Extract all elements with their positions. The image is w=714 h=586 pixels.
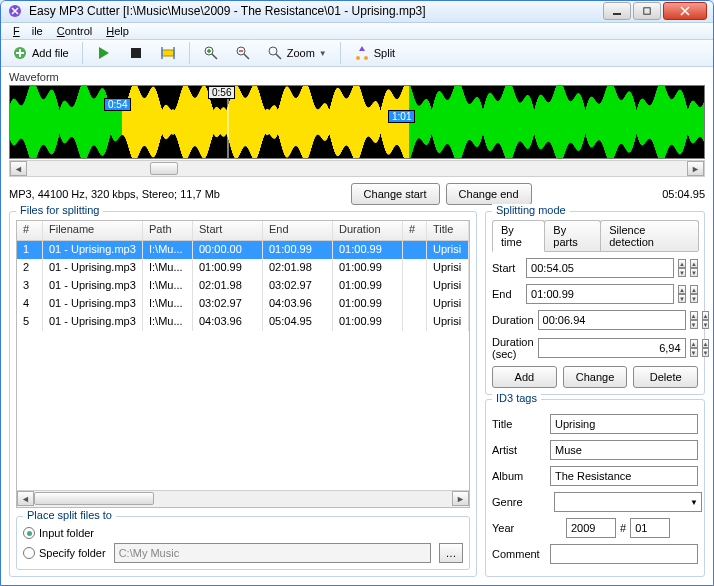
end-spinner-fine[interactable]: ▲▼ xyxy=(690,285,698,303)
table-cell: 01:00.99 xyxy=(263,241,333,259)
id3-title-input[interactable] xyxy=(550,414,698,434)
svg-rect-3 xyxy=(131,48,141,58)
close-button[interactable] xyxy=(663,2,707,20)
files-table[interactable]: # Filename Path Start End Duration # Tit… xyxy=(16,220,470,508)
table-cell: 02:01.98 xyxy=(263,259,333,277)
col-path[interactable]: Path xyxy=(143,221,193,240)
table-row[interactable]: 501 - Uprising.mp3I:\Mu...04:03.9605:04.… xyxy=(17,313,469,331)
add-button[interactable]: Add xyxy=(492,366,557,388)
col-start[interactable]: Start xyxy=(193,221,263,240)
window-title: Easy MP3 Cutter [I:\Music\Muse\2009 - Th… xyxy=(29,4,603,18)
id3-year-input[interactable] xyxy=(566,518,616,538)
id3-album-input[interactable] xyxy=(550,466,698,486)
table-cell: I:\Mu... xyxy=(143,313,193,331)
id3-track-label: # xyxy=(620,522,626,534)
duration-input[interactable] xyxy=(538,310,686,330)
waveform-scrollbar[interactable]: ◄ ► xyxy=(9,160,705,177)
zoom-dropdown-button[interactable]: Zoom ▼ xyxy=(262,40,332,66)
menubar: File Control Help xyxy=(1,23,713,40)
id3-comment-label: Comment xyxy=(492,548,546,560)
id3-genre-input[interactable] xyxy=(554,492,702,512)
col-duration[interactable]: Duration xyxy=(333,221,403,240)
place-panel-title: Place split files to xyxy=(23,509,116,521)
place-panel: Place split files to Input folder Specif… xyxy=(16,516,470,570)
table-cell: 4 xyxy=(17,295,43,313)
change-start-button[interactable]: Change start xyxy=(351,183,440,205)
input-folder-radio[interactable]: Input folder xyxy=(23,527,463,539)
split-button[interactable]: Split xyxy=(349,40,400,66)
table-cell: 01 - Uprising.mp3 xyxy=(43,277,143,295)
table-cell xyxy=(403,259,427,277)
table-row[interactable]: 301 - Uprising.mp3I:\Mu...02:01.9803:02.… xyxy=(17,277,469,295)
browse-button[interactable]: … xyxy=(439,543,463,563)
table-cell: Uprisi xyxy=(427,295,469,313)
play-selection-button[interactable] xyxy=(155,40,181,66)
duration-sec-spinner-coarse[interactable]: ▲▼ xyxy=(690,339,698,357)
svg-point-9 xyxy=(364,56,368,60)
col-n[interactable]: # xyxy=(403,221,427,240)
marker-right[interactable]: 1:01 xyxy=(388,110,415,123)
start-spinner-fine[interactable]: ▲▼ xyxy=(690,259,698,277)
id3-comment-input[interactable] xyxy=(550,544,698,564)
marker-left[interactable]: 0:54 xyxy=(104,98,131,111)
tab-silence[interactable]: Silence detection xyxy=(600,220,699,251)
table-scroll-right[interactable]: ► xyxy=(452,491,469,506)
scroll-left-button[interactable]: ◄ xyxy=(10,161,27,176)
table-scroll-thumb[interactable] xyxy=(34,492,154,505)
specify-folder-radio[interactable]: Specify folder xyxy=(23,547,106,559)
zoom-out-button[interactable] xyxy=(230,40,256,66)
scroll-thumb[interactable] xyxy=(150,162,178,175)
table-cell: 01 - Uprising.mp3 xyxy=(43,313,143,331)
col-end[interactable]: End xyxy=(263,221,333,240)
table-cell: 3 xyxy=(17,277,43,295)
table-cell: 2 xyxy=(17,259,43,277)
table-row[interactable]: 201 - Uprising.mp3I:\Mu...01:00.9902:01.… xyxy=(17,259,469,277)
waveform-display[interactable]: 0:54 0:56 1:01 xyxy=(9,85,705,159)
stop-button[interactable] xyxy=(123,40,149,66)
id3-track-input[interactable] xyxy=(630,518,670,538)
zoom-in-button[interactable] xyxy=(198,40,224,66)
menu-file[interactable]: File xyxy=(7,23,49,39)
titlebar[interactable]: Easy MP3 Cutter [I:\Music\Muse\2009 - Th… xyxy=(1,1,713,23)
change-button[interactable]: Change xyxy=(563,366,628,388)
table-scrollbar[interactable]: ◄ ► xyxy=(17,490,469,507)
total-time-text: 05:04.95 xyxy=(662,188,705,200)
marker-center[interactable]: 0:56 xyxy=(208,86,235,99)
id3-year-label: Year xyxy=(492,522,562,534)
delete-button[interactable]: Delete xyxy=(633,366,698,388)
table-cell: I:\Mu... xyxy=(143,295,193,313)
scroll-right-button[interactable]: ► xyxy=(687,161,704,176)
end-spinner-coarse[interactable]: ▲▼ xyxy=(678,285,686,303)
duration-sec-input[interactable] xyxy=(538,338,686,358)
minimize-button[interactable] xyxy=(603,2,631,20)
tab-by-time[interactable]: By time xyxy=(492,220,545,252)
duration-spinner-fine[interactable]: ▲▼ xyxy=(702,311,710,329)
duration-spinner-coarse[interactable]: ▲▼ xyxy=(690,311,698,329)
table-cell: Uprisi xyxy=(427,277,469,295)
play-icon xyxy=(96,45,112,61)
id3-artist-input[interactable] xyxy=(550,440,698,460)
play-button[interactable] xyxy=(91,40,117,66)
table-cell: 01 - Uprising.mp3 xyxy=(43,295,143,313)
change-end-button[interactable]: Change end xyxy=(446,183,532,205)
splitting-mode-title: Splitting mode xyxy=(492,204,570,216)
add-file-button[interactable]: Add file xyxy=(7,40,74,66)
specify-folder-input[interactable] xyxy=(114,543,431,563)
split-icon xyxy=(354,45,370,61)
start-spinner-coarse[interactable]: ▲▼ xyxy=(678,259,686,277)
start-input[interactable] xyxy=(526,258,674,278)
col-idx[interactable]: # xyxy=(17,221,43,240)
menu-control[interactable]: Control xyxy=(51,23,98,39)
maximize-button[interactable] xyxy=(633,2,661,20)
end-input[interactable] xyxy=(526,284,674,304)
duration-sec-spinner-fine[interactable]: ▲▼ xyxy=(702,339,710,357)
tab-by-parts[interactable]: By parts xyxy=(544,220,601,251)
app-window: Easy MP3 Cutter [I:\Music\Muse\2009 - Th… xyxy=(0,0,714,586)
col-title[interactable]: Title xyxy=(427,221,469,240)
table-row[interactable]: 401 - Uprising.mp3I:\Mu...03:02.9704:03.… xyxy=(17,295,469,313)
menu-help[interactable]: Help xyxy=(100,23,135,39)
col-filename[interactable]: Filename xyxy=(43,221,143,240)
table-cell: 01:00.99 xyxy=(333,259,403,277)
table-scroll-left[interactable]: ◄ xyxy=(17,491,34,506)
table-row[interactable]: 101 - Uprising.mp3I:\Mu...00:00.0001:00.… xyxy=(17,241,469,259)
